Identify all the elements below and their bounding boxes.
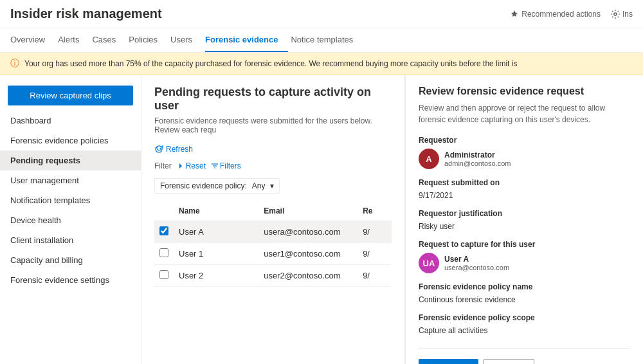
panel-footer: Approve Reject — [419, 348, 630, 364]
policy-scope-value: Capture all activities — [419, 326, 630, 335]
submitted-label: Request submitted on — [419, 178, 630, 187]
capture-user-name: User A — [444, 255, 509, 264]
capture-label: Request to capture for this user — [419, 240, 630, 249]
review-captured-clips-button[interactable]: Review captured clips — [8, 86, 133, 105]
header-actions: Recommended actions Ins — [510, 10, 633, 19]
requestor-details: Administrator admin@contoso.com — [444, 150, 511, 167]
warning-icon: ⓘ — [10, 58, 19, 69]
nav-tabs: Overview Alerts Cases Policies Users For… — [0, 28, 643, 53]
requestor-label: Requestor — [419, 136, 630, 145]
tab-users[interactable]: Users — [170, 28, 203, 52]
row-name-2: User 2 — [174, 265, 258, 287]
capture-user-email: usera@contoso.com — [444, 264, 509, 271]
dropdown-value: Any — [252, 181, 266, 190]
requestor-section: Requestor A Administrator admin@contoso.… — [419, 136, 630, 169]
tab-alerts[interactable]: Alerts — [58, 28, 89, 52]
gear-icon — [611, 10, 620, 19]
capture-user-details: User A usera@contoso.com — [444, 255, 509, 271]
recommended-actions-button[interactable]: Recommended actions — [510, 10, 601, 19]
table-row: User 2 user2@contoso.com 9/ — [154, 265, 392, 287]
filter-label: Filter — [154, 161, 172, 170]
submitted-date: 9/17/2021 — [419, 191, 630, 200]
content-area: Pending requests to capture activity on … — [141, 75, 405, 364]
sidebar-item-pending-requests[interactable]: Pending requests — [0, 150, 141, 170]
reset-icon — [177, 162, 185, 170]
col-header-name: Name — [174, 201, 258, 221]
submitted-section: Request submitted on 9/17/2021 — [419, 178, 630, 200]
requestor-info: A Administrator admin@contoso.com — [419, 149, 630, 169]
filter-row: Filter Reset Filters — [154, 161, 392, 170]
svg-point-0 — [614, 13, 617, 15]
row-name-1: User 1 — [174, 243, 258, 265]
toolbar: Refresh — [154, 145, 392, 154]
capture-user-avatar: UA — [419, 253, 439, 273]
policy-name-label: Forensic evidence policy name — [419, 282, 630, 291]
sidebar-item-capacity-and-billing[interactable]: Capacity and billing — [0, 250, 141, 270]
tab-notice-templates[interactable]: Notice templates — [291, 28, 363, 52]
policy-name-section: Forensic evidence policy name Continous … — [419, 282, 630, 304]
svg-marker-1 — [179, 163, 182, 168]
justification-section: Requestor justification Risky user — [419, 209, 630, 231]
star-icon — [510, 10, 519, 19]
app-root: Insider risk management Recommended acti… — [0, 0, 643, 364]
col-header-email: Email — [258, 201, 358, 221]
refresh-button[interactable]: Refresh — [154, 145, 193, 154]
row-req-1: 9/ — [358, 243, 392, 265]
policy-scope-section: Forensic evidence policy scope Capture a… — [419, 313, 630, 335]
reject-button[interactable]: Reject — [484, 359, 534, 364]
main-layout: Review captured clips Dashboard Forensic… — [0, 75, 643, 364]
warning-text: Your org has used more than 75% of the c… — [24, 59, 517, 68]
policy-filter-dropdown[interactable]: Forensic evidence policy: Any ▾ — [154, 178, 280, 194]
row-checkbox-2[interactable] — [159, 270, 168, 279]
requestor-avatar: A — [419, 149, 439, 169]
panel-title: Review forensic evidence request — [419, 86, 630, 97]
header: Insider risk management Recommended acti… — [0, 0, 643, 28]
refresh-icon — [154, 145, 163, 154]
row-email-1: user1@contoso.com — [258, 243, 358, 265]
table-row: User 1 user1@contoso.com 9/ — [154, 243, 392, 265]
col-header-check — [154, 201, 174, 221]
data-table: Name Email Re User A usera@contoso.com 9… — [154, 201, 392, 287]
policy-name-value: Continous forensic evidence — [419, 295, 630, 304]
sidebar-item-notification-templates[interactable]: Notification templates — [0, 190, 141, 210]
row-req-2: 9/ — [358, 265, 392, 287]
sidebar-item-device-health[interactable]: Device health — [0, 210, 141, 230]
col-header-req: Re — [358, 201, 392, 221]
row-name-0: User A — [174, 221, 258, 243]
capture-user-info: UA User A usera@contoso.com — [419, 253, 630, 273]
capture-user-section: Request to capture for this user UA User… — [419, 240, 630, 273]
approve-button[interactable]: Approve — [419, 359, 478, 364]
sidebar-item-dashboard[interactable]: Dashboard — [0, 111, 141, 131]
row-req-0: 9/ — [358, 221, 392, 243]
requestor-email: admin@contoso.com — [444, 159, 511, 167]
app-title: Insider risk management — [10, 6, 162, 21]
sidebar-item-forensic-evidence-settings[interactable]: Forensic evidence settings — [0, 270, 141, 290]
content-inner: Pending requests to capture activity on … — [141, 75, 404, 364]
reset-button[interactable]: Reset — [177, 161, 206, 170]
warning-bar: ⓘ Your org has used more than 75% of the… — [0, 53, 643, 75]
page-subtitle: Forensic evidence requests were submitte… — [154, 116, 392, 134]
sidebar-item-user-management[interactable]: User management — [0, 170, 141, 190]
tab-overview[interactable]: Overview — [10, 28, 55, 52]
policy-scope-label: Forensic evidence policy scope — [419, 313, 630, 322]
chevron-down-icon: ▾ — [270, 181, 274, 190]
justification-label: Requestor justification — [419, 209, 630, 218]
tab-forensic-evidence[interactable]: Forensic evidence — [205, 28, 288, 52]
requestor-name: Administrator — [444, 150, 511, 159]
sidebar-item-forensic-evidence-policies[interactable]: Forensic evidence policies — [0, 131, 141, 150]
row-checkbox-1[interactable] — [159, 248, 168, 257]
row-email-2: user2@contoso.com — [258, 265, 358, 287]
sidebar-item-client-installation[interactable]: Client installation — [0, 230, 141, 250]
table-row: User A usera@contoso.com 9/ — [154, 221, 392, 243]
tab-cases[interactable]: Cases — [92, 28, 126, 52]
settings-button[interactable]: Ins — [611, 10, 633, 19]
row-email-0: usera@contoso.com — [258, 221, 358, 243]
tab-policies[interactable]: Policies — [129, 28, 168, 52]
review-panel: Review forensic evidence request Review … — [405, 75, 643, 364]
page-title: Pending requests to capture activity on … — [154, 86, 392, 113]
justification-value: Risky user — [419, 222, 630, 231]
row-checkbox-0[interactable] — [159, 226, 168, 235]
filters-button[interactable]: Filters — [211, 161, 241, 170]
panel-description: Review and then approve or reject the re… — [419, 102, 630, 125]
sidebar: Review captured clips Dashboard Forensic… — [0, 75, 141, 364]
